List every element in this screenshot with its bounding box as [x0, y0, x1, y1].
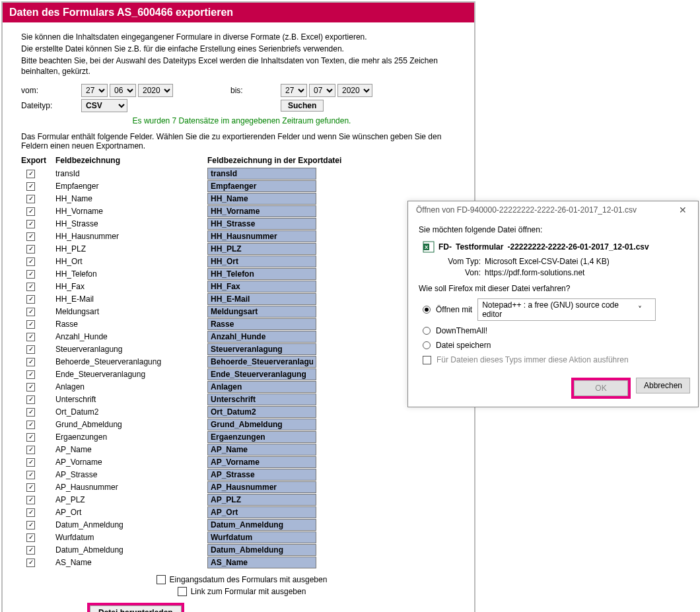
open-with-radio[interactable]	[423, 306, 431, 314]
field-label: HH_E-Mail	[55, 294, 207, 304]
export-name-input[interactable]	[207, 318, 316, 330]
export-checkbox[interactable]: ✓	[26, 195, 35, 203]
export-name-input[interactable]	[207, 419, 316, 430]
export-name-input[interactable]	[207, 243, 316, 255]
export-checkbox[interactable]: ✓	[26, 220, 35, 228]
always-checkbox[interactable]	[423, 356, 431, 364]
export-checkbox[interactable]: ✓	[26, 283, 35, 291]
export-checkbox[interactable]: ✓	[26, 358, 35, 366]
field-label: AP_Ort	[55, 508, 207, 517]
export-name-input[interactable]	[207, 381, 316, 393]
content-area: Sie können die Inhaltsdaten eingegangene…	[3, 22, 474, 612]
eingangsdatum-checkbox[interactable]	[157, 575, 166, 584]
export-checkbox[interactable]: ✓	[26, 433, 35, 442]
cancel-button[interactable]: Abbrechen	[636, 378, 690, 393]
table-row: ✓HH_Hausnummer	[21, 230, 462, 242]
export-checkbox[interactable]: ✓	[26, 395, 35, 404]
field-rows: ✓transId✓Empfaenger✓HH_Name✓HH_Vorname✓H…	[21, 167, 462, 568]
close-icon[interactable]: ✕	[673, 205, 693, 215]
export-checkbox[interactable]: ✓	[26, 182, 35, 191]
export-name-input[interactable]	[207, 431, 316, 443]
vom-month-select[interactable]: 06	[110, 84, 136, 97]
export-name-input[interactable]	[207, 393, 316, 405]
export-name-input[interactable]	[207, 205, 316, 217]
export-name-input[interactable]	[207, 293, 316, 305]
table-row: ✓Steuerveranlagung	[21, 343, 462, 355]
export-checkbox[interactable]: ✓	[26, 521, 35, 529]
export-checkbox[interactable]: ✓	[26, 408, 35, 417]
export-name-input[interactable]	[207, 544, 316, 556]
download-button[interactable]: Datei herunterladen	[90, 605, 182, 612]
export-name-input[interactable]	[207, 218, 316, 230]
field-label: Ort_Datum2	[55, 407, 207, 417]
bis-month-select[interactable]: 07	[309, 84, 335, 97]
export-name-input[interactable]	[207, 180, 316, 192]
vom-day-select[interactable]: 27	[81, 84, 108, 97]
export-checkbox[interactable]: ✓	[26, 308, 35, 316]
ok-button[interactable]: OK	[574, 380, 628, 396]
export-name-input[interactable]	[207, 306, 316, 318]
app-select[interactable]: Notepad++ : a free (GNU) source code edi…	[477, 298, 656, 321]
export-checkbox[interactable]: ✓	[26, 546, 35, 555]
field-label: Datum_Abmeldung	[55, 545, 207, 555]
export-name-input[interactable]	[207, 456, 316, 468]
export-checkbox[interactable]: ✓	[26, 471, 35, 479]
download-highlight: Datei herunterladen	[87, 603, 184, 612]
field-label: AP_Hausnummer	[55, 483, 207, 492]
export-name-input[interactable]	[207, 531, 316, 543]
export-name-input[interactable]	[207, 331, 316, 343]
export-checkbox[interactable]: ✓	[26, 320, 35, 329]
export-checkbox[interactable]: ✓	[26, 496, 35, 504]
vom-date-group: 27 06 2020	[81, 84, 227, 97]
export-checkbox[interactable]: ✓	[26, 207, 35, 216]
export-checkbox[interactable]: ✓	[26, 458, 35, 467]
export-checkbox[interactable]: ✓	[26, 295, 35, 304]
field-label: Meldungsart	[55, 307, 207, 316]
table-row: ✓Anlagen	[21, 380, 462, 393]
bis-day-select[interactable]: 27	[281, 84, 307, 97]
export-checkbox[interactable]: ✓	[26, 533, 35, 542]
export-name-input[interactable]	[207, 406, 316, 418]
export-name-input[interactable]	[207, 368, 316, 380]
export-name-input[interactable]	[207, 230, 316, 242]
export-name-input[interactable]	[207, 255, 316, 267]
export-name-input[interactable]	[207, 494, 316, 506]
export-name-input[interactable]	[207, 168, 316, 180]
export-name-input[interactable]	[207, 557, 316, 568]
export-name-input[interactable]	[207, 281, 316, 292]
export-checkbox[interactable]: ✓	[26, 170, 35, 178]
export-name-input[interactable]	[207, 444, 316, 456]
link-checkbox[interactable]	[178, 587, 187, 596]
export-checkbox[interactable]: ✓	[26, 421, 35, 429]
export-checkbox[interactable]: ✓	[26, 333, 35, 341]
export-checkbox[interactable]: ✓	[26, 383, 35, 391]
export-checkbox[interactable]: ✓	[26, 345, 35, 354]
vom-year-select[interactable]: 2020	[138, 84, 173, 97]
export-name-input[interactable]	[207, 506, 316, 518]
file-prefix: FD-	[438, 242, 452, 252]
export-name-input[interactable]	[207, 481, 316, 493]
export-checkbox[interactable]: ✓	[26, 257, 35, 266]
export-checkbox[interactable]: ✓	[26, 270, 35, 279]
export-checkbox[interactable]: ✓	[26, 508, 35, 517]
export-name-input[interactable]	[207, 268, 316, 280]
table-row: ✓Anzahl_Hunde	[21, 330, 462, 343]
export-checkbox[interactable]: ✓	[26, 446, 35, 454]
export-checkbox[interactable]: ✓	[26, 559, 35, 567]
dateityp-select[interactable]: CSV	[81, 99, 127, 112]
export-checkbox[interactable]: ✓	[26, 232, 35, 241]
table-row: ✓Ergaenzungen	[21, 430, 462, 443]
export-checkbox[interactable]: ✓	[26, 483, 35, 492]
export-name-input[interactable]	[207, 519, 316, 531]
export-checkbox[interactable]: ✓	[26, 245, 35, 254]
save-radio[interactable]	[423, 341, 431, 349]
export-name-input[interactable]	[207, 356, 316, 368]
export-name-input[interactable]	[207, 469, 316, 481]
bis-year-select[interactable]: 2020	[337, 84, 372, 97]
field-label: AS_Name	[55, 558, 207, 567]
export-name-input[interactable]	[207, 343, 316, 355]
suchen-button[interactable]: Suchen	[281, 100, 324, 112]
export-name-input[interactable]	[207, 193, 316, 205]
downthemall-radio[interactable]	[423, 327, 431, 335]
export-checkbox[interactable]: ✓	[26, 370, 35, 379]
